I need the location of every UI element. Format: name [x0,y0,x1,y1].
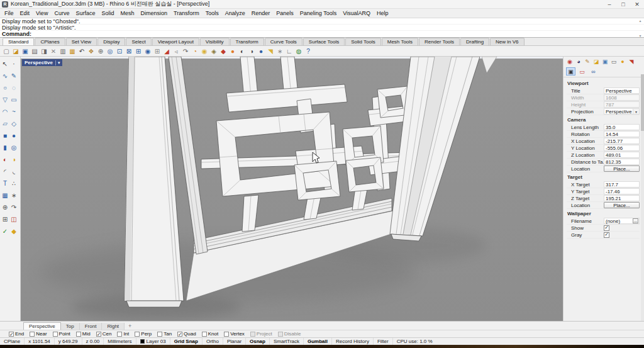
checkbox[interactable]: ✓ [250,332,255,337]
osnap-perp[interactable]: ✓ Perp [135,331,152,337]
status-layer[interactable]: Layer 03 [136,338,170,345]
status-planar[interactable]: Planar [223,338,246,345]
boolean-union-icon[interactable]: ◐ [1,154,9,165]
move-object-icon[interactable]: ⊕ [1,202,9,213]
viewport-tab-top[interactable]: Top [61,323,80,330]
status-ortho[interactable]: Ortho [203,338,223,345]
status-record-history[interactable]: Record History [332,338,374,345]
text-icon[interactable]: T [1,178,9,189]
toolbar-tab-drafting[interactable]: Drafting [460,38,489,45]
active-viewport-label[interactable]: Perspective ▾ [22,59,62,66]
viewport-3d-canvas[interactable]: Perspective ▾ [21,57,563,321]
array-polar-icon[interactable]: ∗ [9,190,18,201]
display-mode-tab[interactable]: ▭ [577,67,587,76]
status-z[interactable]: z 0.00 [82,338,104,345]
zoom-dynamic-icon[interactable]: ◎ [106,47,114,55]
property-value[interactable]: -555.06 [604,145,639,151]
open-file-icon[interactable]: ◪ [11,47,20,55]
toolbar-tab-render-tools[interactable]: Render Tools [419,38,460,45]
scroll-down-icon[interactable]: ▾ [639,33,641,38]
menu-help[interactable]: Help [374,9,392,17]
menu-file[interactable]: File [1,9,17,17]
ellipse-icon[interactable]: ◌ [9,82,18,93]
undo-icon[interactable]: ↶ [77,47,86,55]
property-value[interactable]: 812.35 [604,159,639,165]
add-viewport-tab-icon[interactable]: + [125,323,135,330]
materials-panel-icon[interactable]: ◕ [575,58,582,65]
menu-panels[interactable]: Panels [273,9,297,17]
hide-objects-icon[interactable]: ◢ [162,47,171,55]
menu-transform[interactable]: Transform [170,9,203,17]
browse-button[interactable]: ... [633,218,638,223]
rectangle-icon[interactable]: ▭ [9,94,18,105]
status-grid-snap[interactable]: Grid Snap [170,338,203,345]
status-cplane[interactable]: CPlane [0,338,25,345]
paste-icon[interactable]: ▦ [68,47,77,55]
osnap-vertex[interactable]: ✓ Vertex [224,331,245,337]
surface-corner-icon[interactable]: ◇ [9,118,18,129]
copy-icon[interactable]: ▥ [58,47,67,55]
status-y[interactable]: y 649.29 [55,338,82,345]
zoom-window-icon[interactable]: ⊡ [115,47,124,55]
checkbox[interactable]: ✓ [202,332,207,337]
menu-mesh[interactable]: Mesh [117,9,137,17]
render-icon[interactable]: ◆ [219,47,228,55]
maximize-button[interactable]: □ [616,0,630,8]
cylinder-icon[interactable]: ▮ [1,142,9,153]
fillet-icon[interactable]: ◜ [1,166,9,177]
osnap-mid[interactable]: ✓ Mid [76,331,91,337]
toolbar-tab-set-view[interactable]: Set View [66,38,97,45]
visibility-icon[interactable]: ◫ [9,214,18,225]
property-value[interactable]: Place... [604,203,639,208]
menu-surface[interactable]: Surface [72,9,98,17]
shade-icon[interactable]: ◔ [191,47,199,55]
checkbox[interactable]: ✓ [135,332,140,337]
rendering-panel-icon[interactable]: ▣ [601,58,609,65]
osnap-tan[interactable]: ✓ Tan [157,331,172,337]
grid-snap-icon[interactable]: ⊞ [1,214,9,225]
property-value[interactable]: -17.46 [604,189,639,194]
array-icon[interactable]: ▦ [1,190,9,201]
toolbar-tab-select[interactable]: Select [126,38,151,45]
status-cpu[interactable]: CPU use: 1.0 % [393,338,644,345]
menu-view[interactable]: View [33,9,51,17]
checkbox[interactable]: ✓ [224,332,229,337]
toolbar-tab-curve-tools[interactable]: Curve Tools [265,38,303,45]
rotate-view-icon[interactable]: ↷ [181,47,190,55]
menu-solid[interactable]: Solid [98,9,117,17]
property-value[interactable]: 317.7 [604,182,639,188]
shaded-mode-icon[interactable]: ◐ [238,47,247,55]
close-button[interactable]: ✕ [630,0,644,8]
command-scrollbar[interactable]: ▴ ▾ [637,18,643,38]
zoom-extents-icon[interactable]: ⊞ [134,47,143,55]
command-prompt[interactable]: Command: [0,31,644,38]
osnap-project[interactable]: ✓ Project [250,331,272,337]
menu-tools[interactable]: Tools [203,9,222,17]
menu-dimension[interactable]: Dimension [137,9,170,17]
osnap-quad[interactable]: ✓ Quad [177,331,196,337]
move-icon[interactable]: ⊕ [96,47,105,55]
control-point-curve-icon[interactable]: ∿ [1,70,9,81]
display-panel-icon[interactable]: ◉ [566,58,574,65]
gem-icon[interactable]: ◆ [9,226,18,237]
chevron-down-icon[interactable]: ▾ [55,60,60,65]
toolbar-tab-display[interactable]: Display [97,38,125,45]
circle-icon[interactable]: ○ [1,82,9,93]
checkbox[interactable]: ✓ [76,332,81,337]
property-value[interactable]: 489.01 [604,152,639,158]
osnap-cen[interactable]: ✓ Cen [96,331,112,337]
box-icon[interactable]: ■ [1,130,9,141]
vray-panel-icon[interactable]: ◥ [628,58,635,65]
print-icon[interactable]: ▤ [30,47,39,55]
viewport-tab-front[interactable]: Front [80,323,103,330]
arc-icon[interactable]: ◠ [1,106,9,117]
lock-icon[interactable]: ◈ [209,47,218,55]
delete-icon[interactable]: ✕ [49,47,58,55]
menu-edit[interactable]: Edit [17,9,33,17]
chamfer-icon[interactable]: ◟ [9,166,18,177]
osnap-point[interactable]: ✓ Point [53,331,70,337]
checkbox[interactable]: ✓ [117,332,122,337]
freeform-curve-icon[interactable]: ~ [9,106,18,117]
annotate-panel-icon[interactable]: ✎ [584,58,591,65]
toolbar-tab-surface-tools[interactable]: Surface Tools [303,38,345,45]
